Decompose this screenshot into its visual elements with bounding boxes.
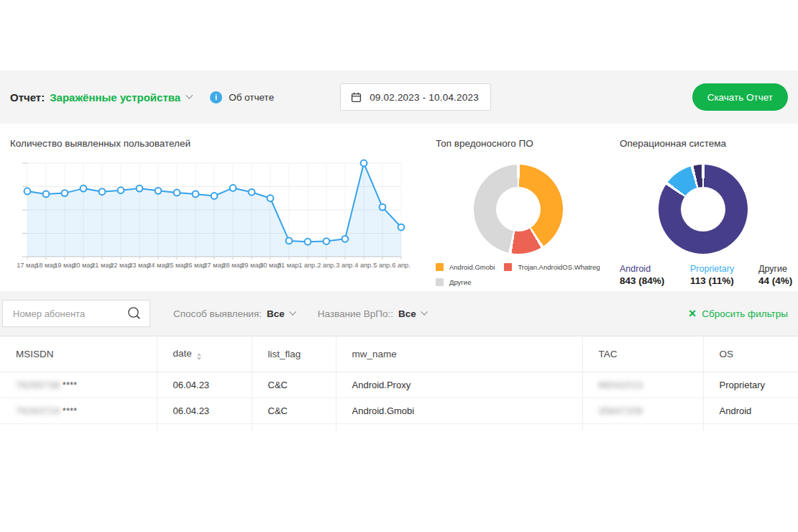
os-stat-name: Другие [758, 264, 792, 274]
about-report-group[interactable]: i Об отчете [210, 91, 274, 104]
malware-legend: Android.Gmobi Trojan.AndroidOS.Whatreg Д… [436, 263, 611, 286]
report-selector[interactable]: Отчет: Заражённые устройства [10, 91, 191, 104]
table-row-clipped [0, 423, 798, 431]
os-stat-value: 44 (4%) [758, 275, 792, 286]
malware-name-filter[interactable]: Название ВрПо:: Все [318, 308, 426, 319]
legend-label: Android.Gmobi [449, 263, 495, 271]
infected-devices-report-page: Отчет: Заражённые устройства i Об отчете… [0, 0, 798, 532]
cell-os: Proprietary [703, 372, 798, 398]
legend-item: Android.Gmobi [436, 263, 495, 271]
os-stat-name: Proprietary [690, 264, 758, 274]
line-chart-svg: 17 мар18 мар19 мар20 мар21 мар22 мар23 м… [20, 159, 408, 268]
svg-text:1 апр.: 1 апр. [298, 262, 317, 269]
legend-item: Другие [436, 278, 471, 286]
cell-mw-name: Android.Proxy [336, 372, 582, 398]
date-range-value: 09.02.2023 - 10.04.2023 [370, 92, 479, 103]
os-stat-value: 113 (11%) [690, 275, 758, 286]
search-input[interactable] [13, 308, 127, 319]
line-chart-title: Количество выявленных пользователей [10, 138, 426, 149]
column-header-date[interactable]: date [157, 336, 252, 372]
cell-msisdn: 79265738**** [0, 372, 157, 398]
os-stat-other: Другие 44 (4%) [758, 264, 792, 286]
users-line-chart-block: Количество выявленных пользователей 17 м… [0, 124, 426, 291]
top-whitespace [0, 0, 798, 70]
results-table-panel: MSISDN date list_flag mw_name TAC OS 792… [0, 336, 798, 431]
chevron-down-icon [289, 308, 296, 315]
filter-bar: Способ выявления: Все Название ВрПо:: Вс… [0, 291, 798, 336]
os-stat-value: 843 (84%) [620, 275, 690, 286]
svg-text:2 апр.: 2 апр. [317, 262, 336, 269]
table-row: 79265738**** 06.04.23 C&C Android.Proxy … [0, 372, 798, 398]
svg-text:3 апр.: 3 апр. [336, 262, 354, 269]
close-icon: × [689, 307, 697, 320]
column-header-tac: TAC [582, 336, 703, 372]
detection-method-label: Способ выявления: [173, 308, 262, 319]
os-stat-proprietary: Proprietary 113 (11%) [690, 264, 758, 286]
os-chart-title: Операционная система [620, 138, 798, 149]
os-donut-chart [659, 165, 748, 254]
download-report-button[interactable]: Скачать Отчет [692, 83, 788, 111]
column-header-os: OS [703, 336, 798, 372]
detection-method-value[interactable]: Все [267, 308, 285, 319]
reset-filters-label: Сбросить фильтры [702, 308, 788, 319]
cell-list-flag: C&C [252, 398, 336, 423]
svg-text:4 апр.: 4 апр. [354, 262, 373, 269]
calendar-icon [351, 92, 362, 103]
cell-date: 06.04.23 [157, 372, 252, 398]
svg-text:6 апр.: 6 апр. [392, 262, 411, 269]
detection-method-filter[interactable]: Способ выявления: Все [173, 308, 295, 319]
svg-text:31 мар.: 31 мар. [278, 262, 301, 269]
cell-msisdn: 79263724**** [0, 398, 157, 423]
column-header-list-flag: list_flag [252, 336, 336, 372]
cell-mw-name: Android.Gmobi [336, 398, 582, 423]
cell-tac: 86042013 [582, 372, 703, 398]
os-stats: Android 843 (84%) Proprietary 113 (11%) … [620, 264, 798, 286]
legend-swatch-orange [436, 263, 444, 271]
about-report-link[interactable]: Об отчете [229, 92, 274, 103]
reset-filters-link[interactable]: × Сбросить фильтры [689, 307, 788, 320]
search-icon[interactable] [127, 306, 142, 321]
line-chart: 17 мар18 мар19 мар20 мар21 мар22 мар23 м… [20, 159, 426, 268]
os-stat-android: Android 843 (84%) [620, 264, 690, 286]
legend-item: Trojan.AndroidOS.Whatreg [504, 263, 600, 271]
svg-text:5 апр.: 5 апр. [373, 262, 392, 269]
sort-icon[interactable] [197, 353, 201, 360]
table-row: 79263724**** 06.04.23 C&C Android.Gmobi … [0, 398, 798, 423]
malware-chart-title: Топ вредоносного ПО [436, 138, 610, 149]
results-table: MSISDN date list_flag mw_name TAC OS 792… [0, 336, 798, 431]
table-header-row: MSISDN date list_flag mw_name TAC OS [0, 336, 798, 372]
column-header-mw-name: mw_name [336, 336, 582, 372]
chevron-down-icon [185, 91, 193, 98]
cell-list-flag: C&C [252, 372, 336, 398]
legend-swatch-gray [436, 278, 444, 286]
os-donut-block: Операционная система Android 843 (84%) P… [610, 124, 798, 291]
subscriber-search-box[interactable] [2, 300, 150, 327]
legend-swatch-red [504, 263, 512, 271]
column-header-msisdn: MSISDN [0, 336, 157, 372]
report-name-dropdown[interactable]: Заражённые устройства [50, 91, 180, 104]
malware-name-value[interactable]: Все [398, 308, 416, 319]
legend-label: Другие [449, 278, 471, 286]
legend-label: Trojan.AndroidOS.Whatreg [518, 263, 600, 271]
cell-os: Android [703, 398, 798, 423]
cell-tac: 35847209 [582, 398, 703, 423]
malware-donut-block: Топ вредоносного ПО Android.Gmobi Trojan… [426, 124, 610, 291]
report-label: Отчет: [10, 91, 45, 104]
chevron-down-icon [421, 308, 428, 315]
os-stat-name: Android [620, 264, 690, 274]
date-range-picker[interactable]: 09.02.2023 - 10.04.2023 [340, 83, 491, 111]
charts-panel: Количество выявленных пользователей 17 м… [0, 124, 798, 291]
malware-donut-chart [474, 165, 563, 254]
info-icon[interactable]: i [210, 91, 222, 104]
malware-name-label: Название ВрПо:: [318, 308, 393, 319]
cell-date: 06.04.23 [157, 398, 252, 423]
report-header-bar: Отчет: Заражённые устройства i Об отчете… [0, 70, 798, 124]
